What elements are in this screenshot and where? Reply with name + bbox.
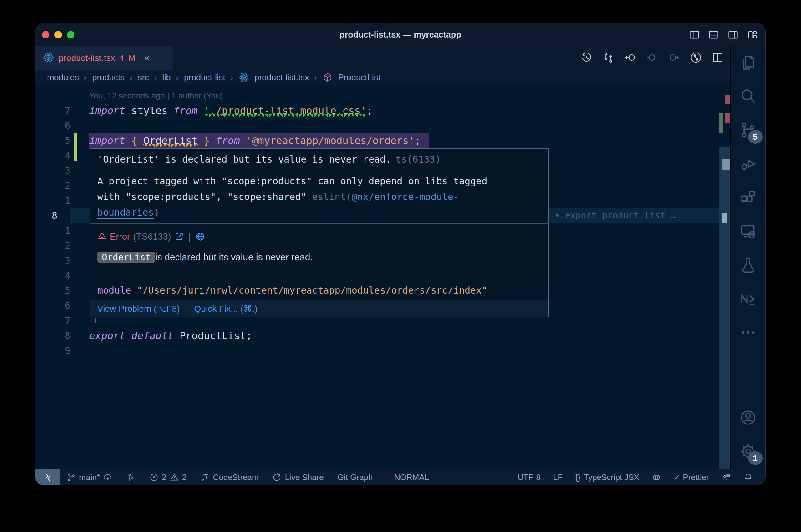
error-count: 2: [162, 473, 166, 482]
source-control-icon[interactable]: 5: [736, 118, 760, 142]
symbol-cube-icon: [322, 72, 333, 83]
eslint-source: eslint(: [312, 191, 351, 202]
error-label: Error: [110, 232, 130, 242]
line-number[interactable]: 7: [35, 313, 70, 328]
hover-status-bar: View Problem (⌥F8) Quick Fix... (⌘.): [90, 300, 548, 317]
toggle-panel-icon[interactable]: [708, 29, 720, 42]
breadcrumb-file[interactable]: product-list.tsx: [254, 73, 309, 82]
git-graph-status[interactable]: Git Graph: [338, 473, 373, 482]
line-number[interactable]: 2: [35, 238, 70, 253]
remote-explorer-icon[interactable]: [736, 220, 760, 243]
toggle-secondary-sidebar-icon[interactable]: [727, 29, 739, 42]
account-icon[interactable]: [736, 406, 760, 430]
prettier-status[interactable]: ✓ Prettier: [674, 473, 709, 482]
overview-error-mark: [725, 113, 730, 123]
vim-mode-status[interactable]: -- NORMAL --: [386, 473, 436, 482]
problems-status[interactable]: 2 2: [149, 473, 186, 482]
search-icon[interactable]: [736, 84, 760, 108]
line-number[interactable]: 6: [35, 118, 70, 133]
line-number[interactable]: 4: [35, 148, 70, 163]
breadcrumb-product-list[interactable]: product-list: [184, 73, 225, 82]
view-problem-button[interactable]: View Problem (⌥F8): [97, 304, 180, 314]
settings-gear-icon[interactable]: 1: [736, 439, 760, 463]
code-line[interactable]: 9: [35, 343, 730, 358]
extensions-icon[interactable]: [736, 186, 760, 209]
breadcrumb-lib[interactable]: lib: [162, 73, 171, 82]
breadcrumb-modules[interactable]: modules: [47, 73, 79, 82]
gutter-prev-icon[interactable]: [646, 51, 658, 65]
codestream-status[interactable]: CodeStream: [200, 473, 258, 482]
overview-added-mark: [719, 113, 723, 133]
breadcrumb-separator: ›: [176, 73, 179, 82]
breadcrumb-symbol[interactable]: ProductList: [338, 73, 381, 82]
eol-status[interactable]: LF: [553, 473, 563, 482]
branch-status[interactable]: main*: [67, 473, 112, 482]
eslint-rule-link[interactable]: @nx/enforce-module-: [352, 191, 459, 202]
editor-actions: [580, 46, 746, 70]
line-number[interactable]: 7: [35, 103, 70, 118]
quick-fix-button[interactable]: Quick Fix... (⌘.): [194, 304, 257, 314]
braces-icon: {}: [575, 473, 580, 482]
code-line[interactable]: 5import { OrderList } from '@myreactapp/…: [35, 133, 730, 148]
breadcrumb-src[interactable]: src: [138, 73, 149, 82]
notifications-bell-icon[interactable]: [743, 473, 753, 482]
tab-close-icon[interactable]: ×: [144, 53, 149, 63]
run-debug-icon[interactable]: [736, 152, 760, 176]
split-editor-icon[interactable]: [711, 51, 724, 65]
line-number[interactable]: 9: [35, 343, 70, 358]
window-title: product-list.tsx — myreactapp: [35, 23, 765, 46]
line-number[interactable]: 1: [35, 223, 70, 238]
feedback-icon[interactable]: [722, 473, 731, 482]
tab-product-list[interactable]: product-list.tsx 4, M ×: [35, 46, 173, 70]
line-number[interactable]: 1: [35, 193, 70, 208]
line-number[interactable]: 3: [35, 163, 70, 178]
more-views-icon[interactable]: [736, 321, 760, 344]
breadcrumb-separator: ›: [130, 73, 132, 82]
vertical-scrollbar[interactable]: [719, 147, 730, 485]
commit-graph-icon[interactable]: [690, 51, 702, 65]
line-number[interactable]: 4: [35, 268, 70, 283]
language-status[interactable]: {} TypeScript JSX: [575, 473, 639, 482]
copilot-status[interactable]: [652, 473, 661, 482]
title-bar: product-list.tsx — myreactapp: [35, 23, 765, 46]
gutter-added-change-bar: [74, 133, 77, 161]
line-number[interactable]: 6: [35, 298, 70, 313]
encoding-status[interactable]: UTF-8: [517, 473, 541, 482]
toggle-primary-sidebar-icon[interactable]: [688, 29, 700, 42]
explorer-icon[interactable]: [736, 51, 760, 74]
module-keyword: module: [97, 285, 131, 296]
compare-icon[interactable]: [602, 51, 615, 65]
ts-diagnostic-message: 'OrderList' is declared but its value is…: [97, 154, 391, 165]
code-line[interactable]: 8export default ProductList;: [35, 328, 730, 343]
error-code: (TS6133): [133, 232, 171, 242]
gutter-next-icon[interactable]: [668, 51, 680, 65]
remote-indicator[interactable]: [35, 470, 60, 485]
line-number[interactable]: 8: [35, 208, 70, 223]
live-share-status[interactable]: Live Share: [272, 473, 324, 482]
line-number[interactable]: 5: [35, 133, 70, 148]
line-number[interactable]: 5: [35, 283, 70, 298]
globe-icon[interactable]: [195, 232, 205, 242]
ts-diagnostic-source: ts(6133): [396, 154, 441, 165]
line-number[interactable]: 2: [35, 178, 70, 193]
prev-change-icon[interactable]: [624, 51, 636, 65]
history-icon[interactable]: [580, 51, 593, 65]
breadcrumb-products[interactable]: products: [92, 73, 125, 82]
code-line[interactable]: 7import styles from './product-list.modu…: [35, 103, 730, 118]
testing-icon[interactable]: [736, 253, 760, 277]
nx-console-icon[interactable]: [736, 287, 760, 311]
eslint-rule-link[interactable]: boundaries: [97, 207, 154, 218]
tab-label: product-list.tsx: [58, 53, 115, 63]
error-message-text: is declared but its value is never read.: [155, 252, 313, 263]
hover-resize-handle[interactable]: [90, 318, 96, 323]
open-external-icon[interactable]: [174, 232, 184, 242]
overview-error-mark: [725, 95, 730, 104]
code-line[interactable]: 6: [35, 118, 730, 133]
commit-action[interactable]: [126, 473, 135, 482]
line-number[interactable]: 8: [35, 328, 70, 343]
tab-problems-badge: 4, M: [120, 53, 135, 63]
customize-layout-icon[interactable]: [747, 29, 759, 42]
codestream-label: CodeStream: [213, 473, 258, 482]
scm-badge: 5: [748, 130, 763, 144]
line-number[interactable]: 3: [35, 253, 70, 268]
